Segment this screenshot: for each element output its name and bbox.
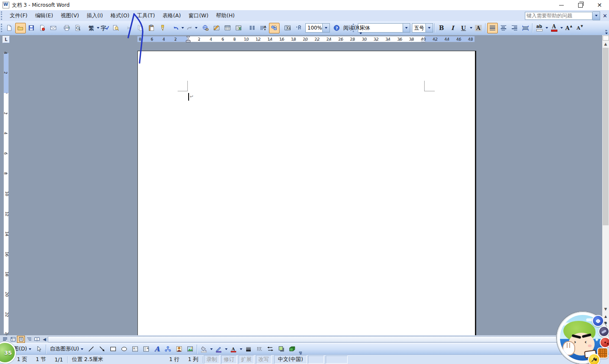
save-button[interactable] xyxy=(26,23,37,33)
draw-font-color-dropdown[interactable] xyxy=(239,344,243,354)
font-name-combo[interactable]: 宋体 xyxy=(358,23,410,33)
menu-drag-handle[interactable] xyxy=(1,11,4,20)
highlight-button[interactable]: ab xyxy=(534,23,545,33)
font-size-dropdown[interactable] xyxy=(425,24,433,32)
arrow-button[interactable] xyxy=(97,344,107,354)
split-handle[interactable] xyxy=(603,36,609,41)
vertical-text-box-button[interactable]: A xyxy=(141,344,151,354)
align-justify-button[interactable] xyxy=(487,23,498,33)
vertical-scroll-thumb[interactable] xyxy=(603,48,609,225)
underline-button[interactable]: U xyxy=(458,23,469,33)
help-dropdown-button[interactable] xyxy=(593,11,600,20)
close-button[interactable]: ✕ xyxy=(590,0,609,10)
diagram-button[interactable] xyxy=(163,344,173,354)
mascot-button-phi[interactable]: Φ xyxy=(592,315,604,327)
font-color-button[interactable]: A xyxy=(549,23,560,33)
zoom-dropdown-button[interactable] xyxy=(322,24,329,32)
insert-picture-button[interactable] xyxy=(185,344,195,354)
tables-borders-button[interactable] xyxy=(211,23,222,33)
indent-marker[interactable] xyxy=(185,36,192,43)
menu-item[interactable]: 视图(V) xyxy=(57,11,83,21)
bold-button[interactable]: B xyxy=(436,23,447,33)
copy-button[interactable] xyxy=(135,23,146,33)
help-close-icon[interactable]: ✕ xyxy=(603,13,607,19)
line-button[interactable] xyxy=(86,344,96,354)
mascot-button-record[interactable] xyxy=(600,337,609,348)
undo-button[interactable] xyxy=(171,23,181,33)
insert-table-button[interactable] xyxy=(222,23,233,33)
insert-excel-button[interactable]: X xyxy=(233,23,244,33)
menu-item[interactable]: 格式(O) xyxy=(107,11,133,21)
help-button[interactable]: ? xyxy=(332,23,342,33)
restore-button[interactable] xyxy=(571,0,590,10)
formatting-toolbar-options[interactable]: » xyxy=(604,21,609,36)
font-color-dropdown[interactable] xyxy=(560,23,563,33)
outline-view-button[interactable] xyxy=(25,336,33,343)
read-mode-button[interactable]: 阅读(R) xyxy=(345,23,359,33)
status-flag[interactable]: 修订 xyxy=(221,355,237,364)
menu-item[interactable]: 帮助(H) xyxy=(212,11,239,21)
help-search-input[interactable] xyxy=(525,12,593,20)
vertical-ruler[interactable]: 4224681012141618202224 xyxy=(3,53,9,334)
format-painter-button[interactable] xyxy=(157,23,168,33)
show-hide-marks-button[interactable] xyxy=(294,23,304,33)
text-box-button[interactable]: A xyxy=(130,344,140,354)
redo-dropdown[interactable] xyxy=(195,23,198,33)
menu-item[interactable]: 表格(A) xyxy=(159,11,184,21)
chinese-convert-dropdown[interactable] xyxy=(97,23,99,33)
vertical-scrollbar[interactable]: ▲ ▼ ▲ ● ▼ xyxy=(602,35,609,335)
align-center-button[interactable] xyxy=(498,23,509,33)
standard-toolbar-handle[interactable] xyxy=(1,24,2,32)
status-language[interactable]: 中文(中国) xyxy=(274,355,307,364)
zoom-combo[interactable]: 100% xyxy=(305,23,330,33)
tab-selector-well[interactable]: L xyxy=(3,36,10,43)
insert-hyperlink-button[interactable] xyxy=(200,23,211,33)
line-color-button[interactable] xyxy=(214,344,224,354)
status-flag[interactable]: 改写 xyxy=(256,355,272,364)
char-shading-button[interactable]: A xyxy=(473,23,484,33)
rectangle-button[interactable] xyxy=(108,344,118,354)
open-button[interactable] xyxy=(15,23,26,33)
status-flag[interactable]: 扩展 xyxy=(239,355,254,364)
fill-color-button[interactable] xyxy=(199,344,209,354)
document-page[interactable]: ↵ xyxy=(137,51,476,336)
spelling-grammar-button[interactable]: 字 xyxy=(100,23,110,33)
columns-button[interactable] xyxy=(247,23,258,33)
italic-button[interactable]: I xyxy=(447,23,458,33)
line-color-dropdown[interactable] xyxy=(224,344,228,354)
underline-dropdown[interactable] xyxy=(469,23,473,33)
chinese-convert-button[interactable]: 繁 xyxy=(86,23,97,33)
dash-style-button[interactable] xyxy=(254,344,265,354)
menu-item[interactable]: 文件(F) xyxy=(6,11,31,21)
email-button[interactable] xyxy=(48,23,59,33)
undo-dropdown[interactable] xyxy=(181,23,184,33)
threed-style-button[interactable] xyxy=(287,344,298,354)
font-size-combo[interactable]: 五号 xyxy=(412,23,433,33)
minimize-button[interactable] xyxy=(552,0,571,10)
menu-item[interactable]: 插入(I) xyxy=(83,11,107,21)
reading-layout-button[interactable] xyxy=(33,336,41,343)
print-preview-button[interactable] xyxy=(73,23,83,33)
new-document-button[interactable] xyxy=(4,23,15,33)
menu-item[interactable]: 窗口(W) xyxy=(185,11,212,21)
mascot-button-settings[interactable] xyxy=(588,353,600,364)
drawing-toggle-button[interactable] xyxy=(269,23,280,33)
scroll-up-arrow[interactable]: ▲ xyxy=(602,41,609,47)
scroll-left-arrow[interactable]: ◀ xyxy=(41,336,48,342)
align-right-button[interactable] xyxy=(509,23,520,33)
highlight-dropdown[interactable] xyxy=(545,23,549,33)
menu-item[interactable]: 编辑(E) xyxy=(31,11,57,21)
line-style-button[interactable] xyxy=(243,344,254,354)
redo-button[interactable] xyxy=(184,23,195,33)
autoshapes-button[interactable]: 自选图形(U) xyxy=(48,344,85,354)
font-name-dropdown[interactable] xyxy=(403,24,410,32)
research-button[interactable] xyxy=(111,23,121,33)
shadow-style-button[interactable] xyxy=(276,344,287,354)
right-indent-marker[interactable] xyxy=(421,39,425,42)
permission-button[interactable] xyxy=(37,23,48,33)
mascot-button-moon[interactable] xyxy=(598,326,609,337)
grow-font-button[interactable]: A▲ xyxy=(564,23,574,33)
paste-button[interactable] xyxy=(146,23,157,33)
mascot-widget[interactable]: › ‹ ✦ Φ xyxy=(557,312,609,364)
oval-button[interactable] xyxy=(119,344,129,354)
